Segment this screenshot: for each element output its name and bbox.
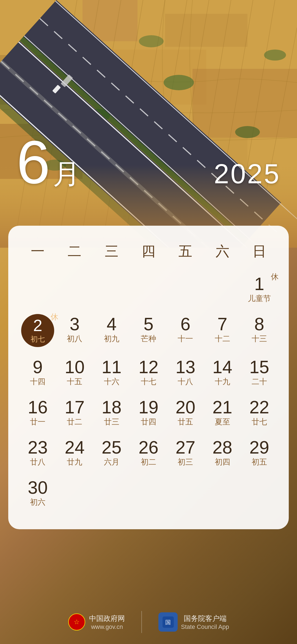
calendar-day-8[interactable]: 8 十三	[241, 309, 278, 352]
council-logo: 国 国务院客户端 State Council App	[158, 612, 229, 632]
calendar-grid: 休 1 儿童节 休 2 初七 3 初八 4 初九	[19, 269, 278, 513]
day-number-2: 2	[33, 317, 42, 334]
calendar-day-28[interactable]: 28 初四	[204, 432, 241, 473]
day-number-13: 13	[175, 358, 195, 376]
day-number-30: 30	[28, 479, 48, 496]
council-emblem-icon: 国	[162, 616, 174, 628]
calendar-day-17[interactable]: 17 廿二	[56, 392, 93, 432]
day-number-4: 4	[107, 315, 117, 333]
svg-point-23	[164, 75, 194, 90]
day-number-11: 11	[102, 358, 122, 376]
svg-text:☆: ☆	[74, 618, 80, 626]
day-number-18: 18	[102, 398, 122, 416]
day-header-tue: 二	[56, 239, 93, 263]
lunar-label-21: 夏至	[215, 417, 230, 427]
calendar-day-4[interactable]: 4 初九	[93, 309, 130, 352]
calendar-day-3[interactable]: 3 初八	[56, 309, 93, 352]
month-header: 6 月 2025	[0, 132, 297, 193]
lunar-label-9: 十四	[30, 377, 45, 386]
day-number-16: 16	[28, 398, 48, 416]
calendar-day-13[interactable]: 13 十八	[167, 352, 204, 392]
lunar-label-14: 十九	[215, 377, 230, 386]
calendar-day-14[interactable]: 14 十九	[204, 352, 241, 392]
lunar-label-16: 廿一	[30, 417, 45, 427]
empty-cell	[204, 269, 241, 309]
lunar-label-23: 廿八	[30, 457, 45, 467]
calendar-day-7[interactable]: 7 十二	[204, 309, 241, 352]
empty-cell	[241, 473, 278, 513]
lunar-label-19: 廿四	[141, 417, 156, 427]
lunar-label-27: 初三	[178, 457, 193, 467]
empty-cell	[204, 473, 241, 513]
empty-cell	[93, 473, 130, 513]
calendar-day-2[interactable]: 休 2 初七	[19, 309, 56, 352]
aerial-background	[0, 0, 297, 248]
empty-cell	[130, 473, 167, 513]
calendar-day-18[interactable]: 18 廿三	[93, 392, 130, 432]
council-title: 国务院客户端	[181, 614, 229, 623]
footer-left[interactable]: ☆ 中国政府网 www.gov.cn	[68, 613, 125, 631]
calendar-day-10[interactable]: 10 十五	[56, 352, 93, 392]
calendar-day-24[interactable]: 24 廿九	[56, 432, 93, 473]
calendar-day-16[interactable]: 16 廿一	[19, 392, 56, 432]
day-number-3: 3	[70, 315, 79, 333]
calendar-day-22[interactable]: 22 廿七	[241, 392, 278, 432]
lunar-label-22: 廿七	[252, 417, 267, 427]
calendar-day-12[interactable]: 12 十七	[130, 352, 167, 392]
footer-divider	[141, 611, 142, 633]
footer-right[interactable]: 国 国务院客户端 State Council App	[158, 612, 229, 632]
day-number-23: 23	[28, 438, 48, 456]
calendar-day-30[interactable]: 30 初六	[19, 473, 56, 513]
gov-title: 中国政府网	[89, 614, 125, 623]
svg-point-29	[139, 35, 164, 47]
holiday-badge-1: 休	[271, 272, 279, 282]
calendar-day-29[interactable]: 29 初五	[241, 432, 278, 473]
day-number-28: 28	[212, 438, 232, 456]
calendar-day-1[interactable]: 休 1 儿童节	[241, 269, 278, 309]
calendar-day-19[interactable]: 19 廿四	[130, 392, 167, 432]
council-subtitle: State Council App	[181, 623, 229, 631]
calendar-day-11[interactable]: 11 十六	[93, 352, 130, 392]
lunar-label-28: 初四	[215, 457, 230, 467]
day-number-5: 5	[144, 315, 153, 333]
calendar-day-21[interactable]: 21 夏至	[204, 392, 241, 432]
calendar-day-27[interactable]: 27 初三	[167, 432, 204, 473]
calendar-day-25[interactable]: 25 六月	[93, 432, 130, 473]
year-label: 2025	[214, 160, 280, 187]
lunar-label-4: 初九	[104, 334, 119, 343]
day-header-sun: 日	[241, 239, 278, 263]
day-number-6: 6	[180, 315, 190, 333]
svg-point-27	[264, 50, 286, 61]
day-number-19: 19	[139, 398, 158, 416]
calendar-day-6[interactable]: 6 十一	[167, 309, 204, 352]
empty-cell	[167, 269, 204, 309]
day-number-12: 12	[139, 358, 158, 376]
month-number: 6	[16, 132, 50, 193]
calendar-day-9[interactable]: 9 十四	[19, 352, 56, 392]
lunar-label-17: 廿二	[67, 417, 82, 427]
month-left: 6 月	[16, 132, 80, 193]
day-header-fri: 五	[167, 239, 204, 263]
day-number-20: 20	[175, 398, 195, 416]
lunar-label-1: 儿童节	[248, 294, 271, 303]
lunar-label-15: 二十	[252, 377, 267, 386]
lunar-label-10: 十五	[67, 377, 82, 386]
lunar-label-26: 初二	[141, 457, 156, 467]
calendar-day-5[interactable]: 5 芒种	[130, 309, 167, 352]
lunar-label-8: 十三	[252, 334, 267, 343]
day-number-29: 29	[249, 438, 269, 456]
empty-cell	[19, 269, 56, 309]
lunar-label-5: 芒种	[141, 334, 156, 343]
calendar-day-26[interactable]: 26 初二	[130, 432, 167, 473]
day-header-wed: 三	[93, 239, 130, 263]
lunar-label-18: 廿三	[104, 417, 119, 427]
lunar-label-24: 廿九	[67, 457, 82, 467]
day-number-17: 17	[65, 398, 84, 416]
day-number-27: 27	[175, 438, 195, 456]
empty-cell	[93, 269, 130, 309]
calendar-day-15[interactable]: 15 二十	[241, 352, 278, 392]
calendar-day-20[interactable]: 20 廿五	[167, 392, 204, 432]
calendar-card: 一 二 三 四 五 六 日 休 1 儿童节 休 2	[8, 226, 289, 529]
calendar-day-23[interactable]: 23 廿八	[19, 432, 56, 473]
lunar-label-6: 十一	[178, 334, 193, 343]
